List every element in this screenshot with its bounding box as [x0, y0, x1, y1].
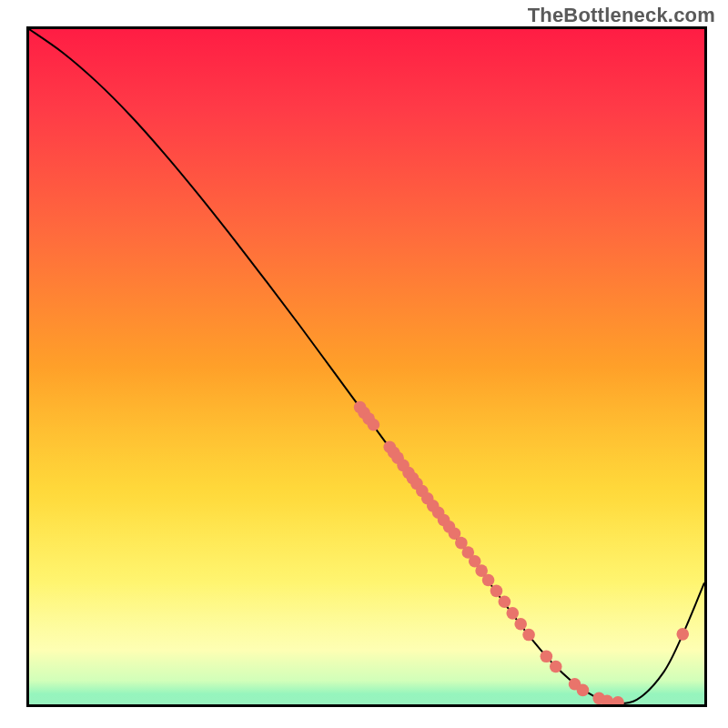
plot-area [26, 26, 707, 707]
data-point [676, 628, 689, 641]
watermark-text: TheBottleneck.com [528, 4, 715, 27]
data-point [522, 629, 535, 642]
data-point [612, 696, 624, 704]
data-point [550, 661, 562, 673]
data-point [499, 595, 511, 608]
data-point [514, 618, 527, 631]
chart-overlay [29, 29, 704, 704]
curve-data-points [354, 401, 689, 704]
bottleneck-curve [29, 29, 704, 703]
data-point [541, 651, 553, 663]
data-point [490, 585, 503, 598]
chart-root: TheBottleneck.com [0, 0, 728, 728]
data-point [482, 574, 495, 587]
data-point [506, 607, 519, 620]
data-point [368, 419, 380, 431]
data-point [577, 684, 590, 697]
